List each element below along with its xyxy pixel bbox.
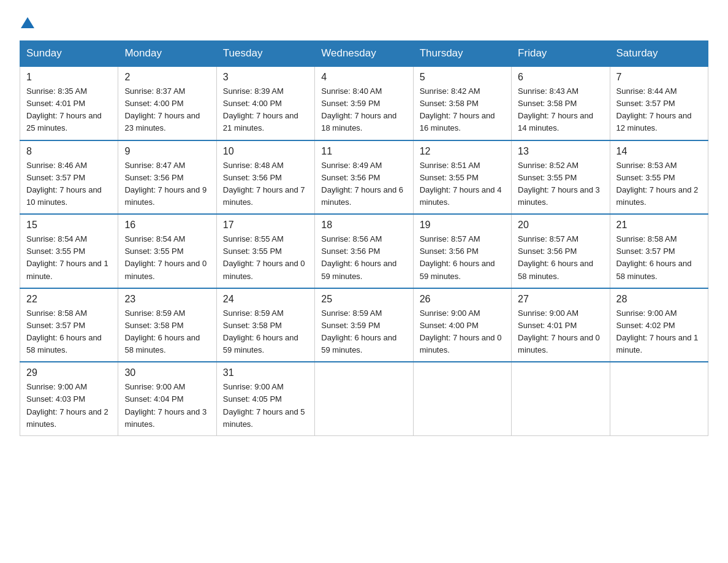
calendar-cell: 30Sunrise: 9:00 AMSunset: 4:04 PMDayligh… <box>118 362 216 435</box>
column-header-tuesday: Tuesday <box>216 41 314 67</box>
calendar-cell <box>315 362 413 435</box>
calendar-cell <box>413 362 511 435</box>
day-number: 8 <box>26 146 112 157</box>
calendar-cell: 10Sunrise: 8:48 AMSunset: 3:56 PMDayligh… <box>216 140 314 215</box>
calendar-cell: 25Sunrise: 8:59 AMSunset: 3:59 PMDayligh… <box>315 288 413 362</box>
day-number: 19 <box>420 220 505 231</box>
calendar-cell: 7Sunrise: 8:44 AMSunset: 3:57 PMDaylight… <box>610 66 708 140</box>
calendar-cell: 26Sunrise: 9:00 AMSunset: 4:00 PMDayligh… <box>413 288 511 362</box>
calendar-cell <box>610 362 708 435</box>
day-info: Sunrise: 8:39 AMSunset: 4:00 PMDaylight:… <box>223 85 308 135</box>
day-number: 31 <box>223 367 308 378</box>
calendar-week-row: 1Sunrise: 8:35 AMSunset: 4:01 PMDaylight… <box>20 66 708 140</box>
day-info: Sunrise: 8:35 AMSunset: 4:01 PMDaylight:… <box>26 85 112 135</box>
calendar-week-row: 15Sunrise: 8:54 AMSunset: 3:55 PMDayligh… <box>20 214 708 288</box>
column-header-thursday: Thursday <box>413 41 511 67</box>
calendar-cell: 13Sunrise: 8:52 AMSunset: 3:55 PMDayligh… <box>512 140 610 215</box>
day-number: 5 <box>420 72 505 83</box>
calendar-week-row: 8Sunrise: 8:46 AMSunset: 3:57 PMDaylight… <box>20 140 708 215</box>
calendar-cell: 5Sunrise: 8:42 AMSunset: 3:58 PMDaylight… <box>413 66 511 140</box>
calendar-cell <box>512 362 610 435</box>
calendar-week-row: 29Sunrise: 9:00 AMSunset: 4:03 PMDayligh… <box>20 362 708 435</box>
calendar-week-row: 22Sunrise: 8:58 AMSunset: 3:57 PMDayligh… <box>20 288 708 362</box>
column-header-monday: Monday <box>118 41 216 67</box>
calendar-cell: 6Sunrise: 8:43 AMSunset: 3:58 PMDaylight… <box>512 66 610 140</box>
calendar-cell: 4Sunrise: 8:40 AMSunset: 3:59 PMDaylight… <box>315 66 413 140</box>
calendar-cell: 28Sunrise: 9:00 AMSunset: 4:02 PMDayligh… <box>610 288 708 362</box>
day-info: Sunrise: 8:46 AMSunset: 3:57 PMDaylight:… <box>26 159 112 209</box>
day-number: 3 <box>223 72 308 83</box>
day-number: 15 <box>26 220 112 231</box>
calendar-header-row: SundayMondayTuesdayWednesdayThursdayFrid… <box>20 41 708 67</box>
day-info: Sunrise: 8:47 AMSunset: 3:56 PMDaylight:… <box>124 159 210 209</box>
day-info: Sunrise: 8:52 AMSunset: 3:55 PMDaylight:… <box>518 159 603 209</box>
day-number: 20 <box>518 220 603 231</box>
day-info: Sunrise: 8:48 AMSunset: 3:56 PMDaylight:… <box>223 159 308 209</box>
column-header-friday: Friday <box>512 41 610 67</box>
day-number: 2 <box>124 72 210 83</box>
day-number: 1 <box>26 72 112 83</box>
day-info: Sunrise: 8:37 AMSunset: 4:00 PMDaylight:… <box>124 85 210 135</box>
calendar-cell: 21Sunrise: 8:58 AMSunset: 3:57 PMDayligh… <box>610 214 708 288</box>
day-info: Sunrise: 8:43 AMSunset: 3:58 PMDaylight:… <box>518 85 603 135</box>
day-number: 6 <box>518 72 603 83</box>
day-info: Sunrise: 8:58 AMSunset: 3:57 PMDaylight:… <box>26 307 112 357</box>
calendar-cell: 17Sunrise: 8:55 AMSunset: 3:55 PMDayligh… <box>216 214 314 288</box>
calendar-cell: 22Sunrise: 8:58 AMSunset: 3:57 PMDayligh… <box>20 288 118 362</box>
calendar-cell: 2Sunrise: 8:37 AMSunset: 4:00 PMDaylight… <box>118 66 216 140</box>
day-number: 10 <box>223 146 308 157</box>
day-info: Sunrise: 8:53 AMSunset: 3:55 PMDaylight:… <box>616 159 702 209</box>
day-info: Sunrise: 8:56 AMSunset: 3:56 PMDaylight:… <box>321 233 406 283</box>
calendar-cell: 14Sunrise: 8:53 AMSunset: 3:55 PMDayligh… <box>610 140 708 215</box>
calendar-cell: 11Sunrise: 8:49 AMSunset: 3:56 PMDayligh… <box>315 140 413 215</box>
column-header-wednesday: Wednesday <box>315 41 413 67</box>
day-info: Sunrise: 9:00 AMSunset: 4:00 PMDaylight:… <box>420 307 505 357</box>
day-info: Sunrise: 9:00 AMSunset: 4:03 PMDaylight:… <box>26 381 112 431</box>
calendar-cell: 1Sunrise: 8:35 AMSunset: 4:01 PMDaylight… <box>20 66 118 140</box>
calendar-cell: 18Sunrise: 8:56 AMSunset: 3:56 PMDayligh… <box>315 214 413 288</box>
day-number: 22 <box>26 294 112 305</box>
day-number: 25 <box>321 294 406 305</box>
day-info: Sunrise: 9:00 AMSunset: 4:01 PMDaylight:… <box>518 307 603 357</box>
calendar-cell: 31Sunrise: 9:00 AMSunset: 4:05 PMDayligh… <box>216 362 314 435</box>
day-number: 30 <box>124 367 210 378</box>
day-info: Sunrise: 8:57 AMSunset: 3:56 PMDaylight:… <box>518 233 603 283</box>
day-number: 21 <box>616 220 702 231</box>
day-number: 28 <box>616 294 702 305</box>
day-number: 29 <box>26 367 112 378</box>
day-number: 12 <box>420 146 505 157</box>
day-info: Sunrise: 8:55 AMSunset: 3:55 PMDaylight:… <box>223 233 308 283</box>
calendar-cell: 23Sunrise: 8:59 AMSunset: 3:58 PMDayligh… <box>118 288 216 362</box>
svg-marker-0 <box>21 17 34 28</box>
day-info: Sunrise: 8:51 AMSunset: 3:55 PMDaylight:… <box>420 159 505 209</box>
day-info: Sunrise: 9:00 AMSunset: 4:04 PMDaylight:… <box>124 381 210 431</box>
calendar-table: SundayMondayTuesdayWednesdayThursdayFrid… <box>20 40 708 436</box>
day-number: 17 <box>223 220 308 231</box>
calendar-cell: 3Sunrise: 8:39 AMSunset: 4:00 PMDaylight… <box>216 66 314 140</box>
column-header-sunday: Sunday <box>20 41 118 67</box>
calendar-cell: 12Sunrise: 8:51 AMSunset: 3:55 PMDayligh… <box>413 140 511 215</box>
day-info: Sunrise: 8:57 AMSunset: 3:56 PMDaylight:… <box>420 233 505 283</box>
day-number: 26 <box>420 294 505 305</box>
calendar-cell: 24Sunrise: 8:59 AMSunset: 3:58 PMDayligh… <box>216 288 314 362</box>
day-info: Sunrise: 9:00 AMSunset: 4:02 PMDaylight:… <box>616 307 702 357</box>
calendar-cell: 27Sunrise: 9:00 AMSunset: 4:01 PMDayligh… <box>512 288 610 362</box>
day-number: 9 <box>124 146 210 157</box>
day-number: 27 <box>518 294 603 305</box>
day-info: Sunrise: 8:58 AMSunset: 3:57 PMDaylight:… <box>616 233 702 283</box>
calendar-cell: 29Sunrise: 9:00 AMSunset: 4:03 PMDayligh… <box>20 362 118 435</box>
day-info: Sunrise: 8:42 AMSunset: 3:58 PMDaylight:… <box>420 85 505 135</box>
logo-triangle-icon <box>21 16 34 29</box>
day-info: Sunrise: 8:54 AMSunset: 3:55 PMDaylight:… <box>124 233 210 283</box>
logo <box>20 15 34 28</box>
day-info: Sunrise: 8:59 AMSunset: 3:59 PMDaylight:… <box>321 307 406 357</box>
day-number: 4 <box>321 72 406 83</box>
day-number: 18 <box>321 220 406 231</box>
column-header-saturday: Saturday <box>610 41 708 67</box>
day-info: Sunrise: 8:49 AMSunset: 3:56 PMDaylight:… <box>321 159 406 209</box>
calendar-cell: 9Sunrise: 8:47 AMSunset: 3:56 PMDaylight… <box>118 140 216 215</box>
calendar-cell: 20Sunrise: 8:57 AMSunset: 3:56 PMDayligh… <box>512 214 610 288</box>
calendar-cell: 16Sunrise: 8:54 AMSunset: 3:55 PMDayligh… <box>118 214 216 288</box>
page-header <box>20 15 708 28</box>
day-number: 14 <box>616 146 702 157</box>
